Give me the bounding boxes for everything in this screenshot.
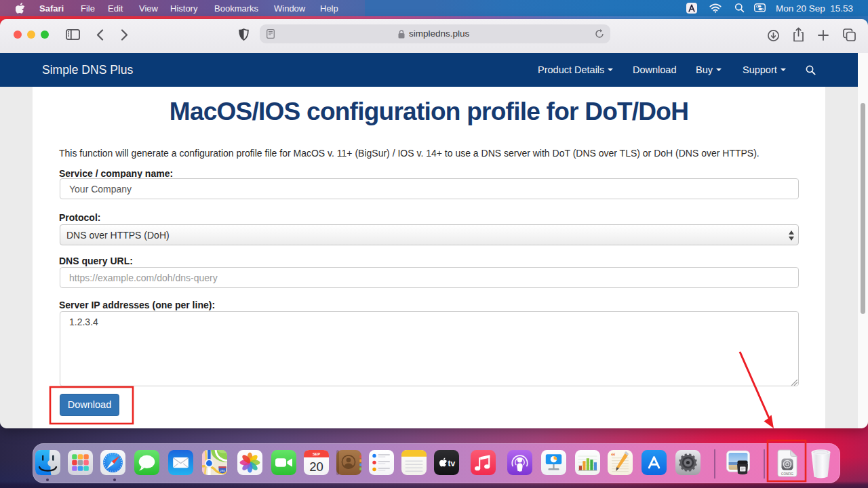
svg-text:SEP: SEP <box>313 452 320 456</box>
svg-text:“: “ <box>611 451 616 461</box>
svg-text:CONFIG: CONFIG <box>781 472 793 476</box>
svg-text:20: 20 <box>309 460 323 474</box>
svg-text:tv: tv <box>448 459 456 468</box>
svg-text:280: 280 <box>220 469 225 472</box>
